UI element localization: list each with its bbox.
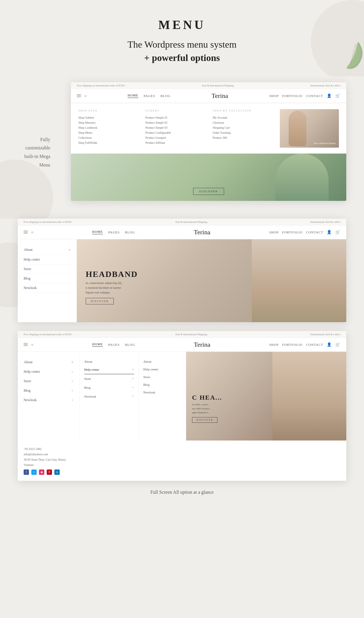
- discover-btn-1[interactable]: DISCOVER: [193, 188, 224, 195]
- nav-contact-1[interactable]: CONTACT: [306, 94, 323, 98]
- nav-shop-1[interactable]: SHOP: [269, 94, 279, 98]
- expand-store-1[interactable]: +: [71, 379, 74, 384]
- navbar-1: ⌕ HOME PAGES BLOG Terina SHOP FORTFOLIO …: [71, 89, 346, 103]
- fs-newlook-1[interactable]: Newlook +: [24, 396, 74, 405]
- sidebar-layout: About × Help center Store Blog Newlook: [18, 239, 346, 322]
- fs-newlook-2[interactable]: Newlook +: [84, 392, 134, 401]
- close-fs-btn[interactable]: ×: [71, 360, 74, 365]
- discover-btn-3[interactable]: DISCOVER: [192, 417, 217, 423]
- expand-store-2[interactable]: +: [132, 376, 134, 381]
- fs-helpcenter-2[interactable]: Help center ×: [84, 365, 134, 374]
- nav-pages-3[interactable]: PAGES: [108, 343, 120, 346]
- expand-newlook-1[interactable]: +: [71, 398, 74, 403]
- nav-right-1: SHOP FORTFOLIO CONTACT 👤 🛒: [269, 93, 340, 98]
- expand-blog-2[interactable]: +: [132, 385, 134, 390]
- collapse-helpcenter-2[interactable]: ×: [132, 367, 134, 372]
- nav-left-1: ⌕: [77, 93, 87, 98]
- sidebar-helpcenter[interactable]: Help center: [24, 255, 71, 264]
- nav-pages-1[interactable]: PAGES: [144, 94, 155, 98]
- fs-sidebar-col1: About × Help center + Store + Blog +: [18, 352, 80, 440]
- discover-btn-2[interactable]: DISCOVER: [86, 298, 114, 304]
- hero-subtitle: The Wordpress menu system + powerful opt…: [6, 38, 358, 64]
- nav-pages-2[interactable]: PAGES: [108, 230, 120, 234]
- fs-helpcenter-3[interactable]: Help center: [143, 365, 181, 373]
- person-shape-1: [289, 111, 306, 146]
- fs-newlook-3[interactable]: Newlook: [143, 388, 181, 396]
- page-wrapper: MENU The Wordpress menu system + powerfu…: [0, 0, 364, 507]
- expand-blog-1[interactable]: +: [71, 388, 74, 393]
- hamburger-icon-2[interactable]: [24, 231, 28, 233]
- leaf-deco: [340, 41, 364, 78]
- fullscreen-section: Free shipping on international order of …: [0, 325, 364, 481]
- mega-col-collection: SHOP BY COLLECTION My Account Checkout S…: [213, 109, 271, 148]
- fs-about-3[interactable]: About: [143, 358, 181, 365]
- main-content-2: HEADBAND et, consectetuer adipiscing eli…: [77, 239, 346, 322]
- expand-newlook-2[interactable]: +: [132, 394, 134, 399]
- fs-hero-person: [272, 352, 346, 440]
- expand-helpcenter-1[interactable]: +: [71, 369, 74, 374]
- user-icon-2[interactable]: 👤: [327, 230, 332, 235]
- nav-portfolio-1[interactable]: FORTFOLIO: [282, 94, 303, 98]
- close-sidebar-btn[interactable]: ×: [68, 248, 71, 252]
- bottom-caption: Full Screen All option at a glance: [0, 481, 364, 507]
- nav-left-2: ⌕: [24, 230, 33, 234]
- hamburger-icon-3[interactable]: [24, 343, 28, 346]
- fs-store-3[interactable]: Store: [143, 373, 181, 381]
- facebook-icon-1[interactable]: f: [24, 469, 29, 475]
- cart-icon-1[interactable]: 🛒: [335, 93, 340, 98]
- nav-contact-2[interactable]: CONTACT: [306, 230, 323, 234]
- mega-menu-label: Fully customizable built-in Mega Menu: [12, 135, 50, 170]
- user-icon-3[interactable]: 👤: [327, 342, 332, 347]
- fs-layout: About × Help center + Store + Blog +: [18, 352, 346, 440]
- topbar-2: Free shipping on international order of …: [18, 219, 346, 225]
- nav-links-3: HOME PAGES BLOG: [92, 342, 135, 347]
- brand-logo-1: Terina: [212, 92, 228, 100]
- nav-home-3[interactable]: HOME: [92, 342, 103, 347]
- search-icon-1[interactable]: ⌕: [84, 93, 87, 98]
- contact-phone-1: +65 6221 5462: [24, 446, 74, 452]
- sidebar-about[interactable]: About ×: [24, 245, 71, 255]
- cart-icon-2[interactable]: 🛒: [335, 230, 340, 235]
- nav-blog-3[interactable]: BLOG: [125, 343, 135, 346]
- twitter-icon-1[interactable]: t: [31, 469, 37, 475]
- nav-home-1[interactable]: HOME: [128, 93, 138, 98]
- cart-icon-3[interactable]: 🛒: [335, 342, 340, 347]
- page-title: MENU: [6, 18, 358, 32]
- nav-links-1: HOME PAGES BLOG: [128, 93, 170, 98]
- sidebar-blog[interactable]: Blog: [24, 274, 71, 283]
- instagram-icon-1[interactable]: ◉: [39, 469, 44, 475]
- fs-blog-2[interactable]: Blog +: [84, 383, 134, 392]
- big-hero-text: HEADBAND et, consectetuer adipiscing eli…: [86, 270, 138, 304]
- fs-blog-1[interactable]: Blog +: [24, 386, 74, 396]
- sidebar-store[interactable]: Store: [24, 264, 71, 274]
- fs-about-2[interactable]: About: [84, 358, 134, 365]
- nav-home-2[interactable]: HOME: [92, 230, 103, 234]
- nav-blog-2[interactable]: BLOG: [125, 230, 135, 234]
- search-icon-2[interactable]: ⌕: [31, 230, 33, 234]
- contact-email-1: info@rubystore.com: [24, 452, 74, 457]
- sidebar-newlook[interactable]: Newlook: [24, 283, 71, 293]
- mega-product-image: New collection Autumn...: [280, 109, 339, 148]
- fs-about-1[interactable]: About ×: [24, 358, 74, 367]
- nav-blog-1[interactable]: BLOG: [160, 94, 170, 98]
- contact-info-col2: [80, 440, 139, 481]
- fs-helpcenter-1[interactable]: Help center +: [24, 367, 74, 377]
- fs-store-2[interactable]: Store +: [84, 374, 134, 383]
- nav-portfolio-3[interactable]: FORTFOLIO: [282, 343, 303, 346]
- fs-sidebar-col3: About Help center Store Blog Newlook: [139, 352, 186, 440]
- fs-store-1[interactable]: Store +: [24, 377, 74, 386]
- search-icon-3[interactable]: ⌕: [31, 342, 33, 347]
- nav-shop-2[interactable]: SHOP: [269, 230, 279, 234]
- nav-left-3: ⌕: [24, 342, 33, 347]
- nav-portfolio-2[interactable]: FORTFOLIO: [282, 230, 303, 234]
- pinterest-icon-1[interactable]: P: [47, 469, 52, 475]
- mega-menu-section: Fully customizable built-in Mega Menu Fr…: [0, 76, 364, 219]
- nav-contact-3[interactable]: CONTACT: [306, 343, 323, 346]
- mega-img-label: New collection Autumn...: [313, 142, 337, 145]
- linkedin-icon-1[interactable]: in: [54, 469, 60, 475]
- fs-blog-3[interactable]: Blog: [143, 381, 181, 388]
- nav-shop-3[interactable]: SHOP: [269, 343, 279, 346]
- hamburger-icon-1[interactable]: [77, 94, 81, 97]
- browser-mockup-1: Free shipping on international order of …: [71, 82, 346, 201]
- user-icon-1[interactable]: 👤: [327, 93, 332, 98]
